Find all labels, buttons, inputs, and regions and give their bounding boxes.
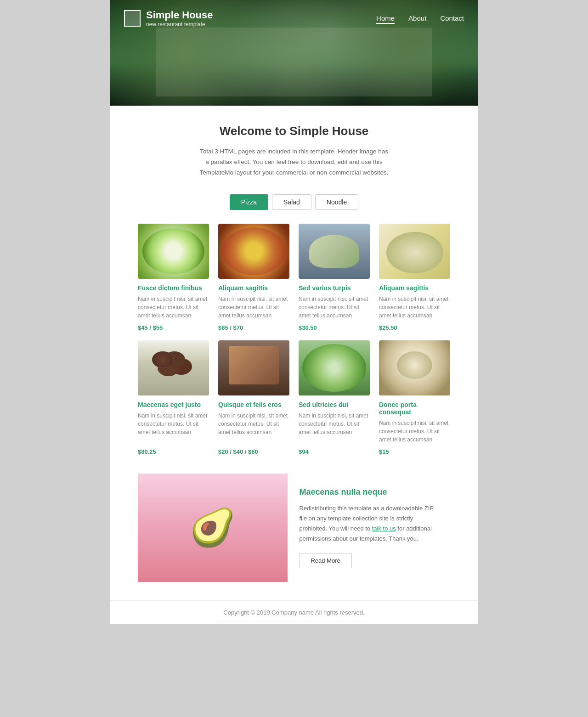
- food-image-6: [299, 340, 370, 395]
- welcome-text: Total 3 HTML pages are included in this …: [198, 147, 390, 178]
- read-more-button[interactable]: Read More: [299, 553, 351, 568]
- food-image-3: [379, 224, 450, 279]
- promo-content: Maecenas nulla neque Redistributing this…: [288, 474, 450, 582]
- food-card-0: Fusce dictum finibus Nam in suscipit nis…: [138, 224, 209, 331]
- nav-item-contact[interactable]: Contact: [440, 14, 464, 23]
- food-image-2: [299, 224, 370, 279]
- copyright-text: Copyright © 2019.Company name All rights…: [223, 609, 364, 616]
- welcome-title: Welcome to Simple House: [138, 124, 450, 138]
- food-image-5: [218, 340, 289, 395]
- food-image-7: [379, 340, 450, 395]
- food-title-4: Maecenas eget justo: [138, 401, 209, 408]
- food-card-6: Sed ultricies dui Nam in suscipit nisi, …: [299, 340, 370, 455]
- promo-section: Maecenas nulla neque Redistributing this…: [138, 474, 450, 582]
- food-desc-5: Nam in suscipit nisi, sit amet consectet…: [218, 412, 289, 444]
- nav-item-home[interactable]: Home: [376, 14, 395, 23]
- promo-link[interactable]: talk to us: [372, 525, 396, 532]
- promo-title: Maecenas nulla neque: [299, 487, 439, 497]
- brand-tagline: new restaurant template: [146, 21, 213, 28]
- food-card-2: Sed varius turpis Nam in suscipit nisi, …: [299, 224, 370, 331]
- food-card-1: Aliquam sagittis Nam in suscipit nisi, s…: [218, 224, 289, 331]
- food-price-0: $45 / $55: [138, 324, 209, 331]
- brand: Simple House new restaurant template: [124, 9, 213, 28]
- food-desc-7: Nam in suscipit nisi, sit amet consectet…: [379, 419, 450, 444]
- food-price-5: $20 / $40 / $60: [218, 448, 289, 455]
- food-price-6: $94: [299, 448, 370, 455]
- food-title-3: Aliquam sagittis: [379, 284, 450, 292]
- food-image-4: [138, 340, 209, 395]
- main-content: Welcome to Simple House Total 3 HTML pag…: [110, 106, 478, 600]
- welcome-section: Welcome to Simple House Total 3 HTML pag…: [138, 124, 450, 178]
- food-card-4: Maecenas eget justo Nam in suscipit nisi…: [138, 340, 209, 455]
- page-wrapper: Simple House new restaurant template Hom…: [110, 0, 478, 624]
- food-card-5: Quisque et felis eros Nam in suscipit ni…: [218, 340, 289, 455]
- nav-links: Home About Contact: [376, 14, 464, 23]
- food-title-0: Fusce dictum finibus: [138, 284, 209, 292]
- filter-buttons: Pizza Salad Noodle: [138, 194, 450, 210]
- nav-link-contact[interactable]: Contact: [440, 14, 464, 22]
- filter-noodle[interactable]: Noodle: [315, 194, 358, 210]
- food-title-6: Sed ultricies dui: [299, 401, 370, 408]
- food-price-3: $25.50: [379, 324, 450, 331]
- food-desc-0: Nam in suscipit nisi, sit amet consectet…: [138, 295, 209, 320]
- food-price-1: $65 / $70: [218, 324, 289, 331]
- food-desc-1: Nam in suscipit nisi, sit amet consectet…: [218, 295, 289, 320]
- food-grid: Fusce dictum finibus Nam in suscipit nis…: [138, 224, 450, 455]
- brand-logo: [124, 10, 141, 27]
- filter-salad[interactable]: Salad: [272, 194, 311, 210]
- food-image-1: [218, 224, 289, 279]
- brand-text: Simple House new restaurant template: [146, 9, 213, 28]
- brand-name: Simple House: [146, 9, 213, 21]
- promo-image: [138, 474, 288, 582]
- filter-pizza[interactable]: Pizza: [230, 194, 268, 210]
- food-desc-6: Nam in suscipit nisi, sit amet consectet…: [299, 412, 370, 444]
- food-desc-4: Nam in suscipit nisi, sit amet consectet…: [138, 412, 209, 444]
- promo-text: Redistributing this template as a downlo…: [299, 503, 439, 544]
- footer: Copyright © 2019.Company name All rights…: [110, 600, 478, 624]
- food-title-7: Donec porta consequat: [379, 401, 450, 416]
- nav-link-about[interactable]: About: [408, 14, 426, 22]
- nav-link-home[interactable]: Home: [376, 14, 395, 24]
- food-price-4: $80.25: [138, 448, 209, 455]
- food-title-1: Aliquam sagittis: [218, 284, 289, 292]
- food-title-5: Quisque et felis eros: [218, 401, 289, 408]
- food-card-3: Aliquam sagittis Nam in suscipit nisi, s…: [379, 224, 450, 331]
- food-price-2: $30.50: [299, 324, 370, 331]
- header: Simple House new restaurant template Hom…: [110, 0, 478, 106]
- food-image-0: [138, 224, 209, 279]
- main-nav: Simple House new restaurant template Hom…: [110, 0, 478, 37]
- food-title-2: Sed varius turpis: [299, 284, 370, 292]
- food-price-7: $15: [379, 448, 450, 455]
- food-card-7: Donec porta consequat Nam in suscipit ni…: [379, 340, 450, 455]
- nav-item-about[interactable]: About: [408, 14, 426, 23]
- food-desc-3: Nam in suscipit nisi, sit amet consectet…: [379, 295, 450, 320]
- food-desc-2: Nam in suscipit nisi, sit amet consectet…: [299, 295, 370, 320]
